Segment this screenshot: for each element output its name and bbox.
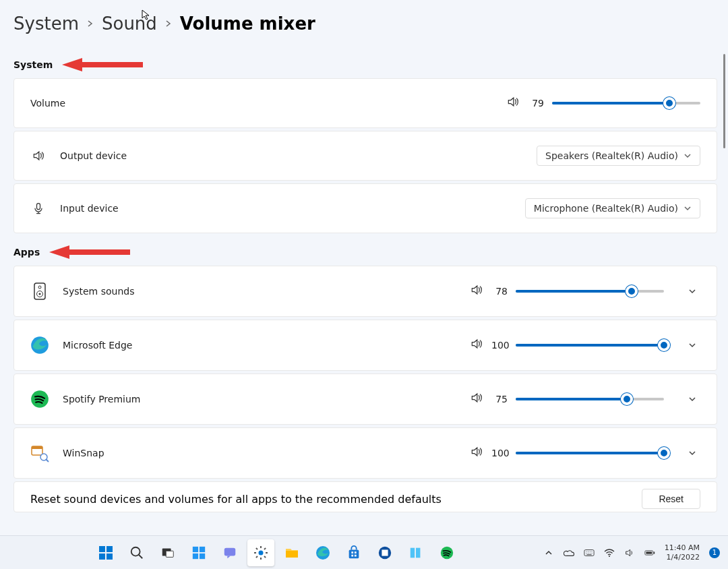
output-device-value: Speakers (Realtek(R) Audio) bbox=[545, 150, 678, 161]
svg-rect-38 bbox=[653, 551, 655, 553]
annotation-arrow-icon bbox=[49, 245, 130, 259]
speaker-icon[interactable] bbox=[470, 445, 483, 461]
app-name: System sounds bbox=[63, 286, 134, 297]
settings-taskbar-icon[interactable] bbox=[247, 539, 274, 566]
svg-rect-25 bbox=[349, 549, 359, 558]
app-card: Spotify Premium 75 bbox=[13, 373, 717, 425]
chevron-right-icon bbox=[165, 20, 172, 27]
breadcrumb-system[interactable]: System bbox=[13, 13, 79, 34]
svg-rect-12 bbox=[99, 553, 105, 560]
app-name: WinSnap bbox=[63, 448, 104, 458]
svg-rect-21 bbox=[224, 547, 236, 556]
app-card: Microsoft Edge 100 bbox=[13, 320, 717, 371]
svg-rect-29 bbox=[355, 554, 357, 556]
task-view-button[interactable] bbox=[154, 539, 181, 566]
svg-rect-18 bbox=[200, 546, 205, 551]
app-volume-slider[interactable] bbox=[516, 339, 664, 351]
app-volume-value: 75 bbox=[491, 394, 508, 405]
app-volume-slider[interactable] bbox=[516, 393, 664, 405]
svg-rect-10 bbox=[99, 546, 105, 552]
volume-slider[interactable] bbox=[552, 97, 700, 109]
chat-button[interactable] bbox=[216, 539, 243, 566]
app-volume-slider[interactable] bbox=[516, 447, 664, 459]
speaker-icon[interactable] bbox=[470, 337, 483, 353]
spotify-taskbar-icon[interactable] bbox=[433, 539, 460, 566]
search-button[interactable] bbox=[123, 539, 150, 566]
input-device-card: Input device Microphone (Realtek(R) Audi… bbox=[13, 183, 717, 233]
system-sounds-icon bbox=[30, 282, 49, 301]
svg-rect-8 bbox=[32, 446, 42, 449]
volume-card: Volume 79 bbox=[13, 78, 717, 128]
tray-chevron-icon[interactable] bbox=[543, 547, 554, 558]
speaker-icon[interactable] bbox=[506, 95, 520, 111]
svg-rect-28 bbox=[351, 554, 353, 556]
scrollbar[interactable] bbox=[723, 54, 725, 148]
store-taskbar-icon[interactable] bbox=[340, 539, 367, 566]
start-button[interactable] bbox=[92, 539, 119, 566]
volume-tray-icon[interactable] bbox=[624, 547, 635, 558]
svg-point-2 bbox=[38, 286, 41, 289]
taskbar: 11:40 AM 1/4/2022 1 bbox=[0, 535, 728, 569]
app-taskbar-icon[interactable] bbox=[371, 539, 398, 566]
settings-volume-mixer-page: System Sound Volume mixer System bbox=[0, 0, 728, 535]
app-volume-value: 78 bbox=[491, 286, 508, 297]
svg-rect-26 bbox=[351, 551, 353, 553]
explorer-taskbar-icon[interactable] bbox=[278, 539, 305, 566]
chevron-down-icon bbox=[684, 204, 692, 212]
svg-rect-23 bbox=[286, 551, 298, 558]
output-device-dropdown[interactable]: Speakers (Realtek(R) Audio) bbox=[537, 146, 700, 166]
keyboard-icon[interactable] bbox=[584, 547, 595, 558]
svg-rect-0 bbox=[37, 204, 40, 210]
reset-card: Reset sound devices and volumes for all … bbox=[13, 481, 717, 512]
svg-point-36 bbox=[609, 556, 610, 557]
expand-app-button[interactable] bbox=[684, 341, 700, 349]
chevron-down-icon bbox=[684, 152, 692, 160]
onedrive-icon[interactable] bbox=[564, 547, 574, 558]
input-device-label: Input device bbox=[60, 203, 119, 214]
svg-point-4 bbox=[39, 293, 41, 295]
output-device-card: Output device Speakers (Realtek(R) Audio… bbox=[13, 131, 717, 181]
speaker-icon bbox=[30, 149, 47, 162]
svg-rect-31 bbox=[382, 549, 388, 556]
reset-button[interactable]: Reset bbox=[642, 489, 700, 509]
chevron-right-icon bbox=[87, 20, 94, 27]
edge-icon bbox=[30, 336, 49, 355]
app-card: System sounds 78 bbox=[13, 266, 717, 317]
annotation-arrow-icon bbox=[62, 58, 143, 71]
input-device-value: Microphone (Realtek(R) Audio) bbox=[534, 203, 678, 214]
notification-badge[interactable]: 1 bbox=[709, 547, 720, 558]
expand-app-button[interactable] bbox=[684, 287, 700, 295]
wifi-icon[interactable] bbox=[604, 547, 615, 558]
winsnap-icon bbox=[30, 444, 49, 462]
svg-rect-16 bbox=[166, 551, 173, 557]
svg-rect-33 bbox=[416, 547, 420, 558]
svg-rect-32 bbox=[411, 547, 415, 558]
app2-taskbar-icon[interactable] bbox=[402, 539, 429, 566]
expand-app-button[interactable] bbox=[684, 395, 700, 403]
section-label-system: System bbox=[13, 59, 53, 70]
cursor-icon bbox=[142, 9, 152, 20]
battery-icon[interactable] bbox=[644, 547, 655, 558]
svg-point-14 bbox=[131, 547, 140, 556]
app-name: Spotify Premium bbox=[63, 394, 140, 405]
svg-rect-39 bbox=[646, 551, 652, 553]
breadcrumb: System Sound Volume mixer bbox=[13, 13, 717, 46]
edge-taskbar-icon[interactable] bbox=[309, 539, 336, 566]
speaker-icon[interactable] bbox=[470, 283, 483, 299]
svg-point-22 bbox=[259, 550, 264, 555]
spotify-icon bbox=[30, 390, 49, 409]
expand-app-button[interactable] bbox=[684, 449, 700, 457]
volume-label: Volume bbox=[30, 98, 65, 109]
taskbar-clock[interactable]: 11:40 AM 1/4/2022 bbox=[665, 543, 700, 561]
svg-rect-19 bbox=[193, 553, 198, 558]
svg-rect-27 bbox=[355, 551, 357, 553]
microphone-icon bbox=[30, 202, 47, 215]
widgets-button[interactable] bbox=[185, 539, 212, 566]
speaker-icon[interactable] bbox=[470, 391, 483, 407]
breadcrumb-current: Volume mixer bbox=[180, 13, 315, 34]
app-volume-slider[interactable] bbox=[516, 285, 664, 297]
svg-rect-13 bbox=[107, 553, 113, 560]
input-device-dropdown[interactable]: Microphone (Realtek(R) Audio) bbox=[525, 198, 700, 218]
volume-value: 79 bbox=[528, 98, 544, 109]
section-label-apps: Apps bbox=[13, 247, 40, 258]
